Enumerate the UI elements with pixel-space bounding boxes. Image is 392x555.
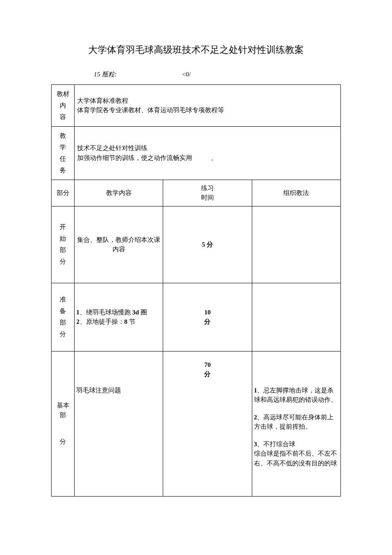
meta-row: 15 瓶粒: <0/ — [51, 70, 341, 79]
label-text: 时间 — [201, 194, 214, 201]
content-line: 2、原地徒手操：8 节 — [76, 317, 160, 327]
table-row: 教 学 任 务 技术不足之处针对性训练 加强动作细节的训练，使之动作流畅实用 。 — [52, 126, 341, 180]
label-text: 容 — [60, 113, 66, 120]
content-text: 、原地徒手操： — [80, 318, 124, 325]
label-text: 教材内 — [57, 90, 69, 109]
lesson-plan-table: 教材内 容 大学体育标准教程 体育学院各专业课教材、体育运动羽毛球专项教程等 教… — [51, 84, 341, 497]
content-line: 体育学院各专业课教材、体育运动羽毛球专项教程等 — [77, 105, 338, 115]
content-text: 、忌左脚撑地击球，这是杀球和高远球易犯的错误动作。 — [254, 387, 337, 404]
content-text: 3d — [132, 309, 141, 316]
label-text: 部 — [60, 319, 66, 326]
method-item: 3、不打综合球 综合球是指不前不后、不左不右、不高不低的没有目的的球 — [254, 439, 337, 468]
header-time: 练习 时间 — [163, 180, 252, 206]
material-label: 教材内 容 — [52, 84, 75, 126]
start-content: 集合、整队，教师介绍本次课内容 — [75, 206, 163, 283]
label-text: 学 — [60, 144, 66, 151]
header-method: 组织教法 — [252, 180, 340, 206]
table-row: 部分 教学内容 练习 时间 组织教法 — [52, 180, 341, 206]
prep-time: 10 分 — [163, 283, 252, 351]
label-text: 分 — [204, 371, 210, 378]
label-text: 开 — [60, 224, 66, 230]
label-text: 部 — [60, 247, 66, 253]
method-item: 1、忌左脚撑地击球，这是杀球和高远球易犯的错误动作。 — [254, 386, 337, 405]
task-content: 技术不足之处针对性训练 加强动作细节的训练，使之动作流畅实用 。 — [75, 126, 341, 180]
content-text: 8 — [124, 318, 129, 325]
meta-left: 15 瓶粒: — [94, 71, 117, 78]
task-label: 教 学 任 务 — [52, 126, 75, 180]
header-content: 教学内容 — [75, 180, 163, 206]
base-label: 基本部 分 — [52, 351, 75, 496]
start-method — [252, 206, 340, 283]
label-text: 准 — [60, 296, 66, 303]
label-text: 基本部 — [57, 402, 69, 418]
table-row: 基本部 分 羽毛球注意问题 70 分 1、忌左脚撑地击球，这是杀球和高远球易犯的… — [52, 351, 341, 496]
table-row: 开 始 部 分 集合、整队，教师介绍本次课内容 5 分 — [52, 206, 341, 283]
header-section: 部分 — [52, 180, 75, 206]
base-time: 70 分 — [163, 351, 252, 496]
content-text: 综合球是指不前不后、不左不右、不高不低的没有目的的球 — [254, 450, 337, 467]
content-line: 大学体育标准教程 — [77, 96, 338, 106]
label-text: 始 — [60, 235, 66, 242]
label-text: 分 — [60, 258, 66, 265]
label-text: 任 — [60, 155, 66, 162]
prep-label: 准 备 部 分 — [52, 283, 75, 351]
prep-method — [252, 283, 340, 351]
label-text: 备 — [60, 308, 66, 314]
label-text: 10 — [204, 309, 210, 316]
table-row: 教材内 容 大学体育标准教程 体育学院各专业课教材、体育运动羽毛球专项教程等 — [52, 84, 341, 126]
method-item: 2、高远球尽可能在身体前上方击球，提前挥拍。 — [254, 413, 337, 432]
label-text: 70 — [204, 361, 210, 368]
material-content: 大学体育标准教程 体育学院各专业课教材、体育运动羽毛球专项教程等 — [75, 84, 341, 126]
meta-right: <0/ — [182, 70, 191, 79]
content-text: 、绕羽毛球场慢跑 — [80, 309, 133, 316]
content-text: 1 — [76, 309, 80, 316]
table-row: 准 备 部 分 1、绕羽毛球场慢跑 3d 圈 2、原地徒手操：8 节 10 分 — [52, 283, 341, 351]
content-text: 加强动作细节的训练，使之动作流畅实用 — [77, 154, 192, 161]
content-text: 、高远球尽可能在身体前上方击球，提前挥拍。 — [254, 414, 334, 430]
content-text: 2 — [76, 318, 80, 325]
content-text: 圈 — [141, 309, 147, 316]
page-title: 大学体育羽毛球高级班技术不足之处针对性训练教案 — [51, 43, 341, 57]
content-text: 。 — [211, 153, 217, 163]
content-line: 技术不足之处针对性训练 — [77, 143, 338, 153]
content-text: 、不打综合球 — [257, 441, 295, 447]
prep-content: 1、绕羽毛球场慢跑 3d 圈 2、原地徒手操：8 节 — [75, 283, 163, 351]
content-text: 节 — [129, 318, 135, 325]
label-text: 教 — [60, 132, 66, 139]
label-text: 分 — [204, 318, 210, 325]
label-text: 练习 — [201, 185, 214, 192]
label-text: 务 — [60, 167, 66, 174]
start-label: 开 始 部 分 — [52, 206, 75, 283]
base-content: 羽毛球注意问题 — [75, 351, 163, 496]
base-method: 1、忌左脚撑地击球，这是杀球和高远球易犯的错误动作。 2、高远球尽可能在身体前上… — [252, 351, 340, 496]
label-text: 分 — [60, 438, 66, 445]
content-line: 1、绕羽毛球场慢跑 3d 圈 — [76, 308, 160, 317]
content-line: 加强动作细节的训练，使之动作流畅实用 。 — [77, 153, 338, 163]
label-text: 分 — [60, 331, 66, 337]
start-time: 5 分 — [163, 206, 252, 283]
